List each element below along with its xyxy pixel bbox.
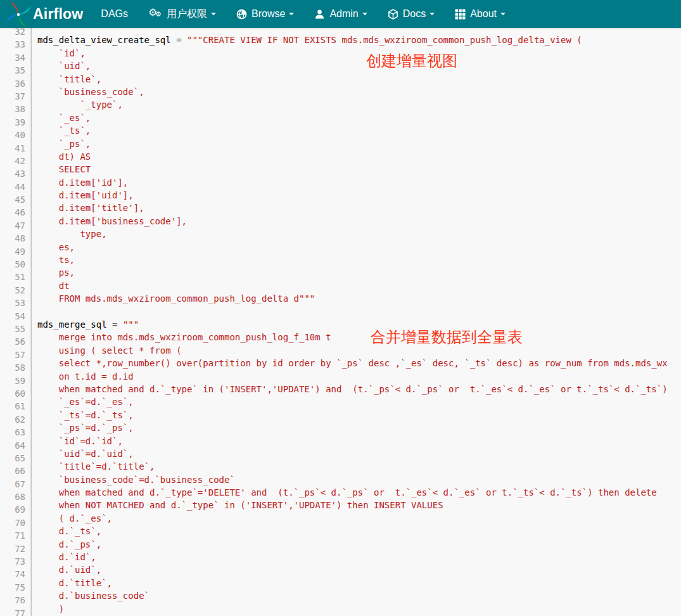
line-number: 57 [0,349,25,361]
code-line: `_es`=d.`_es`, [37,395,681,408]
code-line: ps, [37,266,681,279]
line-number: 47 [0,219,25,232]
line-number: 41 [0,142,25,155]
code-line: `uid`=d.`uid`, [37,447,681,460]
code-wrapper: 3233343536373839404142434445464748495051… [0,28,681,616]
code-line: `title`, [37,73,681,86]
nav-item-label: Browse [251,8,285,20]
nav-item-label: About [470,8,497,20]
nav-item-label: DAGs [101,8,128,20]
line-number: 35 [0,64,25,77]
grid-icon [455,9,466,20]
line-number: 54 [0,310,25,323]
line-number: 48 [0,232,25,245]
line-number: 72 [0,542,25,555]
line-number: 55 [0,323,25,335]
cube-icon [388,9,398,20]
line-number: 34 [0,51,25,64]
nav-item-about[interactable]: About [445,0,516,28]
code-line: d.item['business_code'], [37,215,681,228]
line-number: 70 [0,517,25,529]
line-number: 60 [0,387,25,400]
code-line: on t.id = d.id [37,370,681,383]
line-number: 74 [0,568,25,581]
code-line: merge into mds.mds_wxziroom_common_push_… [37,331,681,343]
nav-item-user-permissions[interactable]: ⚙⚙ 用户权限 [138,0,226,28]
line-number: 69 [0,503,25,516]
line-number: 77 [0,607,25,616]
code-line: `uid`, [37,60,681,72]
airflow-logo[interactable]: Airflow [0,0,87,28]
line-number: 75 [0,581,25,594]
code-line: `business_code`=d.`business_code` [37,473,681,486]
code-line: mds_delta_view_create_sql = """CREATE VI… [37,34,681,46]
line-number: 45 [0,193,25,206]
line-number: 36 [0,77,25,90]
nav-item-docs[interactable]: Docs [378,0,445,28]
code-line: `_ts`, [37,124,681,137]
line-number: 58 [0,361,25,374]
nav-item-dags[interactable]: DAGs [91,0,138,28]
line-number: 33 [0,38,25,51]
code-line: d.item['uid'], [37,189,681,202]
line-number: 32 [0,28,25,38]
line-number: 50 [0,258,25,271]
line-number: 71 [0,529,25,542]
caret-down-icon [500,13,506,15]
line-number: 56 [0,335,25,348]
nav-item-browse[interactable]: Browse [226,0,304,28]
code-line: `id`, [37,47,681,60]
caret-down-icon [362,13,367,15]
code-line: select *,row_number() over(partition by … [37,357,681,369]
nav-item-label: 用户权限 [167,8,207,21]
code-line: dt [37,279,681,292]
code-line: d.`id`, [37,551,681,563]
code-line: `_ps`, [37,138,681,150]
line-number: 59 [0,375,25,387]
navbar: Airflow DAGs ⚙⚙ 用户权限 Browse [0,0,681,28]
code-line: es, [37,241,681,253]
nav-item-admin[interactable]: Admin [304,0,377,28]
code-view: 3233343536373839404142434445464748495051… [0,28,681,616]
line-number: 66 [0,465,25,477]
code-line: SELECT [37,163,681,176]
code-line: `_type`, [37,98,681,111]
code-line [37,28,681,34]
code-line: when NOT MATCHED and d.`_type` in ('INSE… [37,499,681,511]
line-number: 49 [0,245,25,258]
line-number: 68 [0,491,25,503]
code-line: mds_merge_sql = """ [37,318,681,331]
line-number: 52 [0,284,25,297]
globe-icon [236,9,247,20]
gears-icon: ⚙⚙ [148,8,162,20]
line-number: 67 [0,478,25,491]
line-number: 61 [0,400,25,413]
brand-title: Airflow [33,6,83,23]
line-number: 44 [0,181,25,193]
airflow-pinwheel-icon [5,1,32,28]
line-number: 65 [0,452,25,465]
code-line: d.item['title'], [37,202,681,214]
code-line: ts, [37,253,681,266]
code-line: ( d.`_es`, [37,512,681,525]
code-line: FROM mds.mds_wxziroom_common_push_log_de… [37,292,681,305]
nav-item-label: Admin [329,8,358,20]
code-line: when matched and d.`_type` in ('INSERT',… [37,383,681,395]
code-line: `id`=d.`id`, [37,435,681,447]
line-number: 39 [0,116,25,129]
line-number: 37 [0,90,25,103]
caret-down-icon [430,13,435,15]
code-line: ) [37,603,681,615]
line-number: 46 [0,206,25,219]
code-line: d.`_ps`, [37,538,681,551]
code-line: d.`title`, [37,577,681,589]
nav-item-label: Docs [403,8,426,20]
line-number: 38 [0,103,25,115]
line-number: 63 [0,426,25,439]
line-number: 62 [0,413,25,426]
code-line: `business_code`, [37,86,681,98]
code-line [37,305,681,318]
line-number: 40 [0,129,25,141]
caret-down-icon [211,13,216,15]
code-line: when matched and d.`_type`='DELETE' and … [37,486,681,499]
